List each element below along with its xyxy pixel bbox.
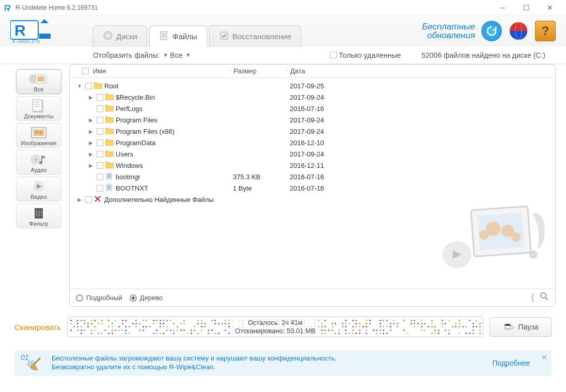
category-label: Все [34,86,44,92]
row-checkbox[interactable] [97,151,103,158]
language-button[interactable] [508,21,529,41]
svg-rect-49 [107,189,111,190]
table-row[interactable]: BOOTNXT1 Byte2016-07-16 [70,182,555,194]
row-checkbox[interactable] [85,196,92,203]
free-updates-link[interactable]: Бесплатные обновления [422,22,475,40]
svg-point-52 [541,293,546,298]
pause-button[interactable]: Пауза [490,317,552,337]
category-all[interactable]: Все [16,69,61,94]
expander-icon[interactable]: ▶ [87,151,95,157]
deleted-only-checkbox[interactable]: Только удаленные [330,51,401,59]
view-tree-radio[interactable]: Дерево [130,294,163,302]
row-checkbox[interactable] [97,139,103,146]
row-checkbox[interactable] [85,83,92,89]
header-bar: R R·UNDELETE Диски Файлы Восстановление … [0,15,566,46]
row-name: Windows [116,162,143,169]
help-button[interactable]: ? [535,21,556,41]
table-row[interactable]: ▶ProgramData2016-12-10 [70,137,555,148]
svg-rect-44 [107,176,111,177]
refresh-icon [485,25,498,37]
row-checkbox[interactable] [97,105,103,112]
search-icon[interactable] [540,292,549,304]
table-row[interactable]: ▶Дополнительно Найденные Файлы [70,194,555,205]
table-row[interactable]: bootmgr375.3 KB2016-07-16 [70,171,555,182]
column-size[interactable]: Размер [230,67,287,75]
expander-icon[interactable]: ▶ [76,197,83,202]
tab-disks[interactable]: Диски [93,25,147,47]
category-images[interactable]: Изображения [16,123,61,148]
back-icon[interactable]: ⟨ [531,292,534,304]
column-name[interactable]: Имя [70,67,230,75]
row-date: 2017-09-25 [287,82,349,90]
row-checkbox[interactable] [97,94,103,101]
close-button[interactable]: ✕ [538,0,562,15]
maximize-button[interactable]: ☐ [514,0,538,15]
category-sidebar: ВсеДокументыИзображенияАудиоВидеоФильтр [10,64,67,307]
svg-rect-48 [107,187,111,188]
table-row[interactable]: ▶$Recycle.Bin2017-09-24 [70,91,555,103]
row-name: Users [116,150,133,158]
expander-icon[interactable]: ▶ [87,163,95,168]
column-date[interactable]: Дата [287,67,349,75]
svg-point-4 [107,35,109,37]
expander-icon[interactable] [87,174,95,180]
expander-icon[interactable] [87,185,95,191]
table-row[interactable]: PerfLogs2016-07-16 [70,103,555,114]
row-name: BOOTNXT [116,184,148,192]
svg-rect-14 [37,76,44,82]
file-type-dropdown[interactable]: ▼ Все ▼ [163,51,191,59]
svg-rect-5 [161,32,167,40]
file-tree[interactable]: ▼Root2017-09-25▶$Recycle.Bin2017-09-24 P… [70,78,555,289]
category-filter[interactable]: Фильтр [16,203,61,228]
row-date: 2016-07-16 [287,105,349,113]
row-date: 2016-12-10 [287,139,349,147]
found-status: 52006 файлов найдено на диске (C:) [421,51,545,59]
expander-icon[interactable]: ▶ [87,129,95,134]
table-row[interactable]: ▶Windows2016-12-11 [70,160,555,171]
video-icon [28,179,49,194]
row-checkbox[interactable] [97,174,103,180]
app-logo: R R·UNDELETE [10,18,62,44]
table-row[interactable]: ▶Users2017-09-24 [70,148,555,160]
category-video[interactable]: Видео [16,177,61,201]
filter-icon [28,206,49,221]
promo-close-button[interactable]: ✕ [541,353,547,362]
svg-rect-30 [36,210,37,216]
row-checkbox[interactable] [97,162,103,169]
chevron-down-icon: ▼ [185,52,191,58]
table-row[interactable]: ▶Program Files2017-09-24 [70,114,555,126]
minimize-button[interactable]: ─ [491,0,514,15]
main-tabs: Диски Файлы Восстановление [93,15,303,46]
expander-icon[interactable] [87,106,95,112]
folder-icon [94,82,104,90]
expander-icon[interactable]: ▶ [87,95,95,100]
row-date: 2016-07-16 [287,173,349,181]
category-audio[interactable]: Аудио [16,150,61,175]
tab-recovery-label: Восстановление [232,32,292,41]
expander-icon[interactable]: ▶ [87,117,95,123]
logo-subtext: R·UNDELETE [12,40,40,43]
refresh-button[interactable] [481,21,502,41]
tab-files[interactable]: Файлы [149,25,207,47]
scan-bar: Сканировать Осталось: 2ч 41м Отсканирова… [14,314,552,340]
row-checkbox[interactable] [97,128,103,135]
row-checkbox[interactable] [97,117,103,123]
help-icon: ? [542,24,549,38]
docs-icon [28,99,49,113]
promo-banner: 0110 Бесполезные файлы загромождают вашу… [14,350,552,376]
decorative-photo-frame [442,198,550,270]
table-row[interactable]: ▶Program Files (x86)2017-09-24 [70,126,555,137]
svg-text:R: R [14,22,26,39]
svg-rect-16 [33,100,42,111]
row-checkbox[interactable] [97,185,103,192]
svg-point-23 [39,131,42,134]
promo-more-link[interactable]: Подробнее [492,359,530,367]
view-detailed-radio[interactable]: Подробный [76,294,122,302]
scan-button[interactable]: Сканировать [14,323,61,332]
table-row[interactable]: ▼Root2017-09-25 [70,80,555,91]
expander-icon[interactable]: ▶ [87,140,95,146]
folder-icon [105,104,116,113]
expander-icon[interactable]: ▼ [76,83,83,89]
tab-recovery[interactable]: Восстановление [209,25,302,47]
category-docs[interactable]: Документы [16,96,61,121]
